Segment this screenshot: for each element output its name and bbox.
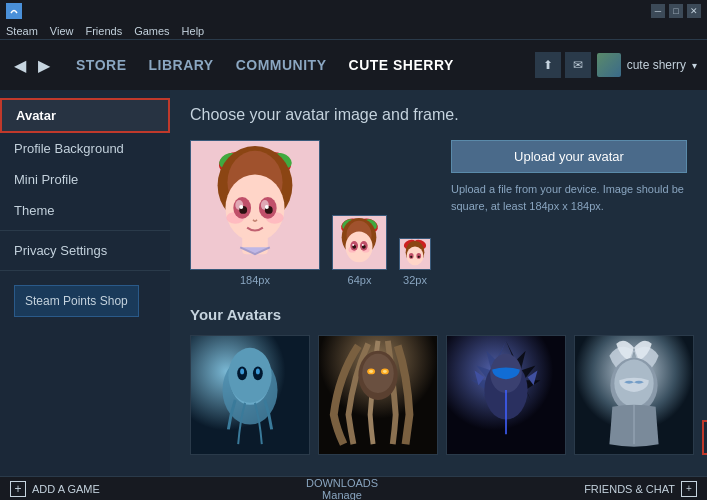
svg-point-35 bbox=[362, 244, 364, 246]
bottom-bar: + ADD A GAME DOWNLOADS Manage FRIENDS & … bbox=[0, 476, 707, 500]
downloads-section[interactable]: DOWNLOADS Manage bbox=[306, 477, 378, 501]
avatar-preview-medium: 64px bbox=[332, 215, 387, 286]
nav-icons: ⬆ ✉ bbox=[535, 52, 591, 78]
your-avatars-title: Your Avatars bbox=[190, 306, 687, 323]
notification-button[interactable]: ⬆ bbox=[535, 52, 561, 78]
upload-avatar-button[interactable]: Upload your avatar bbox=[451, 140, 687, 173]
your-avatars-section: Your Avatars bbox=[190, 306, 687, 455]
avatar-preview-large: 184px bbox=[190, 140, 320, 286]
see-all-button[interactable]: See All bbox=[702, 420, 707, 455]
points-shop-button[interactable]: Steam Points Shop bbox=[14, 285, 139, 317]
nav-links: STORE LIBRARY COMMUNITY CUTE SHERRY bbox=[66, 51, 464, 79]
sidebar: Avatar Profile Background Mini Profile T… bbox=[0, 90, 170, 476]
minimize-button[interactable]: ─ bbox=[651, 4, 665, 18]
downloads-sublabel: Manage bbox=[306, 489, 378, 501]
avatar-card-3[interactable] bbox=[446, 335, 566, 455]
maximize-button[interactable]: □ bbox=[669, 4, 683, 18]
avatar-size-label-64: 64px bbox=[348, 274, 372, 286]
downloads-label: DOWNLOADS bbox=[306, 477, 378, 489]
avatar-card-4[interactable] bbox=[574, 335, 694, 455]
menu-friends[interactable]: Friends bbox=[85, 25, 122, 37]
menu-steam[interactable]: Steam bbox=[6, 25, 38, 37]
svg-point-57 bbox=[362, 354, 393, 393]
avatar-image-64 bbox=[332, 215, 387, 270]
avatar-preview-small: 32px bbox=[399, 238, 431, 286]
friends-chat-button[interactable]: FRIENDS & CHAT + bbox=[584, 481, 697, 497]
sidebar-divider bbox=[0, 230, 170, 231]
svg-point-53 bbox=[256, 368, 260, 374]
svg-point-44 bbox=[418, 256, 420, 258]
user-name: cute sherry bbox=[627, 58, 686, 72]
menu-help[interactable]: Help bbox=[182, 25, 205, 37]
avatar-card-2[interactable] bbox=[318, 335, 438, 455]
upload-description: Upload a file from your device. Image sh… bbox=[451, 181, 687, 214]
add-game-button[interactable]: + ADD A GAME bbox=[10, 481, 100, 497]
sidebar-divider-2 bbox=[0, 270, 170, 271]
user-dropdown-icon[interactable]: ▾ bbox=[692, 60, 697, 71]
add-game-label: ADD A GAME bbox=[32, 483, 100, 495]
menu-bar: Steam View Friends Games Help bbox=[0, 22, 707, 40]
content-area: Choose your avatar image and frame. bbox=[170, 90, 707, 476]
title-bar-left bbox=[6, 3, 22, 19]
page-title: Choose your avatar image and frame. bbox=[190, 106, 687, 124]
main-layout: Avatar Profile Background Mini Profile T… bbox=[0, 90, 707, 476]
avatar-section: 184px bbox=[190, 140, 687, 286]
sidebar-item-avatar[interactable]: Avatar bbox=[0, 98, 170, 133]
friends-chat-label: FRIENDS & CHAT bbox=[584, 483, 675, 495]
sidebar-item-mini-profile[interactable]: Mini Profile bbox=[0, 164, 170, 195]
sidebar-item-profile-background[interactable]: Profile Background bbox=[0, 133, 170, 164]
svg-point-61 bbox=[383, 370, 387, 373]
svg-point-27 bbox=[346, 231, 373, 262]
avatar-size-label-184: 184px bbox=[240, 274, 270, 286]
nav-arrows: ◀ ▶ bbox=[10, 54, 54, 77]
svg-point-49 bbox=[228, 348, 271, 403]
svg-point-34 bbox=[352, 244, 354, 246]
add-game-icon: + bbox=[10, 481, 26, 497]
svg-point-52 bbox=[240, 368, 244, 374]
back-button[interactable]: ◀ bbox=[10, 54, 30, 77]
close-button[interactable]: ✕ bbox=[687, 4, 701, 18]
menu-view[interactable]: View bbox=[50, 25, 74, 37]
avatar-card-1[interactable] bbox=[190, 335, 310, 455]
friends-chat-icon: + bbox=[681, 481, 697, 497]
chat-button[interactable]: ✉ bbox=[565, 52, 591, 78]
avatar-image-32 bbox=[399, 238, 431, 270]
title-bar-controls: ─ □ ✕ bbox=[651, 4, 701, 18]
nav-library[interactable]: LIBRARY bbox=[138, 51, 223, 79]
upload-section: Upload your avatar Upload a file from yo… bbox=[451, 140, 687, 286]
svg-point-60 bbox=[369, 370, 373, 373]
nav-username[interactable]: CUTE SHERRY bbox=[339, 51, 464, 79]
svg-point-19 bbox=[265, 205, 269, 209]
nav-bar: ◀ ▶ STORE LIBRARY COMMUNITY CUTE SHERRY … bbox=[0, 40, 707, 90]
forward-button[interactable]: ▶ bbox=[34, 54, 54, 77]
nav-community[interactable]: COMMUNITY bbox=[226, 51, 337, 79]
avatar-image-184 bbox=[190, 140, 320, 270]
avatar-size-label-32: 32px bbox=[403, 274, 427, 286]
sidebar-item-theme[interactable]: Theme bbox=[0, 195, 170, 226]
steam-icon bbox=[6, 3, 22, 19]
title-bar: ─ □ ✕ bbox=[0, 0, 707, 22]
nav-store[interactable]: STORE bbox=[66, 51, 136, 79]
avatar-previews: 184px bbox=[190, 140, 431, 286]
svg-point-18 bbox=[239, 205, 243, 209]
user-avatar bbox=[597, 53, 621, 77]
menu-games[interactable]: Games bbox=[134, 25, 169, 37]
svg-point-43 bbox=[410, 256, 412, 258]
avatars-grid: See All bbox=[190, 335, 687, 455]
sidebar-item-privacy[interactable]: Privacy Settings bbox=[0, 235, 170, 266]
nav-user: ⬆ ✉ cute sherry ▾ bbox=[535, 52, 697, 78]
